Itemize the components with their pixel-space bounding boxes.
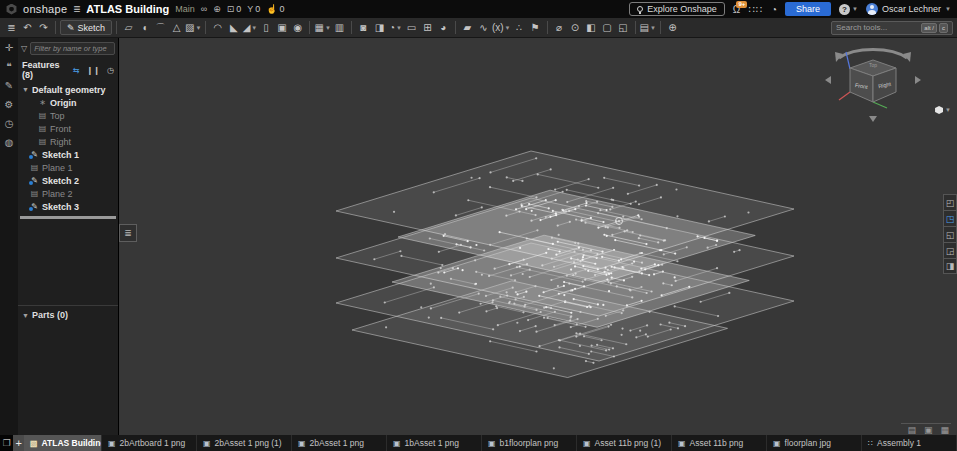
publication-icon[interactable]: ◍ <box>5 138 14 148</box>
move-face-icon[interactable]: ⊞ <box>420 20 435 36</box>
isolate-icon[interactable]: ⊕ <box>665 20 680 36</box>
revolve-icon[interactable]: ◖ <box>137 20 152 36</box>
notes-icon[interactable]: ✎ <box>5 81 13 91</box>
copies-counter[interactable]: ⊡0 <box>227 4 242 14</box>
history-icon[interactable]: ◷ <box>5 119 14 129</box>
measure-icon[interactable]: ⌀ <box>552 20 567 36</box>
doc-tab-floorplan-jpg[interactable]: ▣floorplan jpg <box>767 435 862 451</box>
variable-studio-icon[interactable]: ∴ <box>512 20 527 36</box>
feature-list-icon[interactable]: ≣ <box>4 20 19 36</box>
modify-fillet-icon[interactable]: ◕ <box>436 20 451 36</box>
thicken-icon[interactable]: ▨▼ <box>185 20 201 36</box>
user-menu[interactable]: Oscar Lechner ▼ <box>866 3 951 15</box>
doc-tab-asset-11b-png[interactable]: ▣Asset 11b png <box>672 435 767 451</box>
tree-item-plane-2[interactable]: ▤Plane 2 <box>18 187 118 200</box>
helix-icon[interactable]: ∿ <box>476 20 491 36</box>
sync-icon[interactable]: ⇆ <box>73 66 80 75</box>
view-cube[interactable]: Top Front Right <box>817 42 929 128</box>
rebuild-history-icon[interactable]: ◷ <box>107 66 114 75</box>
custom-feature-icon[interactable]: ▤▼ <box>640 20 656 36</box>
view-options-menu[interactable]: ▼ <box>935 106 951 114</box>
extract-icon[interactable]: ◱ <box>616 20 631 36</box>
rotate-left-button[interactable] <box>825 76 831 84</box>
mate-connector-icon[interactable]: ⊙ <box>568 20 583 36</box>
loft-icon[interactable]: △ <box>169 20 184 36</box>
boolean-icon[interactable]: ◙ <box>356 20 371 36</box>
capture-tool-icon[interactable]: ◨ <box>943 258 957 274</box>
redo-icon[interactable]: ↷ <box>36 20 51 36</box>
doc-tab-asset-11b-png-1-[interactable]: ▣Asset 11b png (1) <box>577 435 672 451</box>
panel-collapse-handle[interactable]: ≣ <box>119 224 137 242</box>
notifications-button[interactable]: Ω9+ <box>733 4 740 15</box>
print-icon[interactable]: ▤ <box>907 425 916 435</box>
pause-icon[interactable]: ❙❙ <box>87 66 100 75</box>
extrude-icon[interactable]: ▱ <box>121 20 136 36</box>
rib-icon[interactable]: ▯ <box>258 20 273 36</box>
parts-header[interactable]: ▼ Parts (0) <box>18 305 118 324</box>
app-store-icon[interactable]: ∷∷ <box>748 4 763 15</box>
doc-tab-2bartboard-1-png[interactable]: ▣2bArtboard 1 png <box>102 435 197 451</box>
rollback-bar[interactable] <box>20 216 116 219</box>
search-tools-input[interactable]: Search tools... alt /c <box>831 21 953 35</box>
frame-icon[interactable]: ▢ <box>600 20 615 36</box>
pattern-icon[interactable]: ▦▼ <box>314 20 330 36</box>
add-tab-button[interactable]: + <box>13 435 24 451</box>
tree-item-sketch-3[interactable]: ✎Sketch 3 <box>18 200 118 213</box>
config-icon[interactable]: ⚙ <box>5 100 14 110</box>
fillet-icon[interactable]: ◠ <box>210 20 225 36</box>
rotate-arrows[interactable] <box>839 49 907 58</box>
tree-item-top[interactable]: ▤Top <box>18 109 118 122</box>
explore-onshape-button[interactable]: Explore Onshape <box>629 2 725 16</box>
document-menu-icon[interactable]: ≡ <box>73 2 80 16</box>
doc-tab-b1floorplan-png[interactable]: ▣b1floorplan png <box>482 435 577 451</box>
undo-icon[interactable]: ↶ <box>20 20 35 36</box>
learning-center-icon[interactable]: ◔ <box>771 4 777 15</box>
tree-item-front[interactable]: ▤Front <box>18 122 118 135</box>
forks-counter[interactable]: Y0 <box>247 4 260 14</box>
sheet-metal-icon[interactable]: ◧ <box>584 20 599 36</box>
shell-icon[interactable]: ▣ <box>274 20 289 36</box>
grid-tool-icon[interactable]: ◲ <box>943 242 957 258</box>
workspace-name[interactable]: Main <box>175 4 195 14</box>
hole-icon[interactable]: ◉ <box>290 20 305 36</box>
filter-input[interactable]: Filter by name or type <box>30 42 115 55</box>
doc-tab-2basset-1-png[interactable]: ▣2bAsset 1 png <box>292 435 387 451</box>
chamfer-icon[interactable]: ◣ <box>226 20 241 36</box>
keyboard-shortcuts-icon[interactable]: ▦ <box>940 425 949 435</box>
sweep-icon[interactable]: ⌒ <box>153 20 168 36</box>
tag-icon[interactable]: ⚑ <box>528 20 543 36</box>
filter-funnel-icon[interactable]: ▽ <box>21 44 27 53</box>
chevron-down-icon[interactable]: ▼ <box>22 86 29 93</box>
tree-item-default-geometry[interactable]: ▼Default geometry <box>18 83 118 96</box>
doc-tab-atlas-building[interactable]: ▧ATLAS Building <box>24 435 102 451</box>
link-icon[interactable]: ∞ <box>201 4 207 14</box>
split-icon[interactable]: ◨ <box>372 20 387 36</box>
layers-tool-icon[interactable]: ◱ <box>943 226 957 242</box>
doc-tab-assembly-1[interactable]: ∷Assembly 1 <box>862 435 957 451</box>
comment-icon[interactable]: ❝ <box>6 62 11 72</box>
rotate-right-button[interactable] <box>915 76 921 84</box>
cube-tool-icon[interactable]: ◰ <box>943 194 957 210</box>
follow-mode-icon[interactable]: ✛ <box>5 43 13 53</box>
help-menu[interactable]: ? ▼ <box>839 4 858 15</box>
rotate-down-button[interactable] <box>869 116 877 122</box>
mirror-icon[interactable]: ▥ <box>332 20 347 36</box>
tree-item-sketch-1[interactable]: ✎Sketch 1 <box>18 148 118 161</box>
doc-tab-2basset-1-png-1-[interactable]: ▣2bAsset 1 png (1) <box>197 435 292 451</box>
public-globe-icon[interactable]: ⊕ <box>213 4 221 14</box>
tree-item-plane-1[interactable]: ▤Plane 1 <box>18 161 118 174</box>
document-title[interactable]: ATLAS Building <box>86 3 169 15</box>
onshape-wordmark[interactable]: onshape <box>23 3 67 15</box>
intersect-icon[interactable]: ◔▼ <box>388 20 403 36</box>
tree-item-origin[interactable]: ∗Origin <box>18 96 118 109</box>
camera-icon[interactable]: ▣ <box>924 425 933 435</box>
onshape-logo-icon[interactable] <box>6 4 17 15</box>
paint-tool-icon[interactable]: ◳ <box>943 210 957 226</box>
tab-manager-icon[interactable]: ❐ <box>0 435 13 451</box>
graphics-canvas[interactable]: ≣ Top Front Right ▼ ◰◳◱◲◨ ▤▣▦ <box>119 38 957 435</box>
sketch-button[interactable]: ✎ Sketch <box>60 20 112 35</box>
likes-counter[interactable]: ☝0 <box>266 4 284 14</box>
plane-icon[interactable]: ▰ <box>460 20 475 36</box>
variable-icon[interactable]: (x)▼ <box>492 20 511 36</box>
tree-item-right[interactable]: ▤Right <box>18 135 118 148</box>
